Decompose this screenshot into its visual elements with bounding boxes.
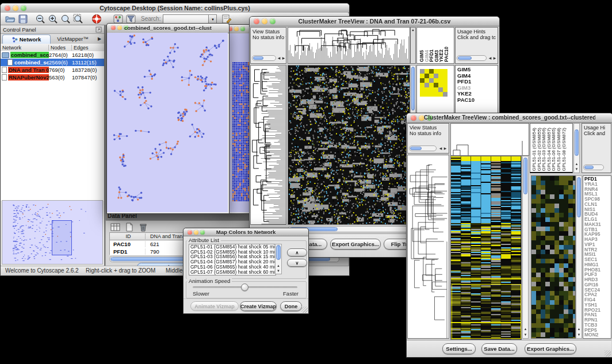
network-view-1[interactable] <box>107 33 228 212</box>
tv2-overview-vscroll-thumb[interactable] <box>577 177 581 217</box>
animate-vizmap-button[interactable]: Animate Vizmap <box>190 301 239 311</box>
col-id[interactable]: ID <box>110 233 146 239</box>
tv2-usage-hscroll[interactable] <box>583 164 604 170</box>
gene-label[interactable]: GTB1 <box>584 227 611 232</box>
matrix-cell[interactable] <box>434 69 438 74</box>
network-table-row[interactable]: DNA and Tran 07769(0)183728(0) <box>1 66 104 74</box>
tv2-labels-vscroll[interactable]: ▲ ▼ <box>573 123 580 173</box>
gene-label[interactable]: GIM4 <box>457 73 498 79</box>
close-icon[interactable] <box>188 230 192 235</box>
matrix-cell[interactable] <box>443 74 447 78</box>
tv1-column-dendrogram-canvas[interactable] <box>288 28 410 63</box>
network-canvas-1[interactable] <box>107 33 228 212</box>
scroll-right-icon[interactable]: ▶ <box>443 147 447 151</box>
tabs-overflow-icon[interactable]: ▶ <box>95 34 104 44</box>
close-icon[interactable] <box>5 5 10 11</box>
gene-label[interactable]: RPO21 <box>584 308 611 313</box>
tv1-usage-hscroll-thumb[interactable] <box>458 56 472 60</box>
gene-label[interactable]: YKE2 <box>457 91 498 97</box>
tv1-row-dendrogram-canvas[interactable] <box>251 66 286 224</box>
matrix-cell[interactable] <box>424 87 429 92</box>
gene-label[interactable]: PFD1 <box>457 79 498 85</box>
search-input[interactable] <box>163 14 209 24</box>
gene-label[interactable]: PUF3 <box>584 272 611 277</box>
tv1-export-graphics-button[interactable]: Export Graphics... <box>330 239 381 250</box>
zoom-out-icon[interactable] <box>34 13 47 25</box>
matrix-cell[interactable] <box>443 78 447 83</box>
zoom-fit-icon[interactable] <box>59 13 72 25</box>
tv2-heatmap[interactable] <box>450 156 522 340</box>
done-button[interactable]: Done <box>280 301 302 311</box>
matrix-cell[interactable] <box>443 83 447 87</box>
scroll-down-icon[interactable]: ▼ <box>575 167 579 171</box>
scroll-left-icon[interactable]: ◀ <box>438 147 443 151</box>
resize-grip[interactable] <box>301 306 308 313</box>
tv2-row-dendrogram[interactable] <box>407 155 449 339</box>
matrix-cell[interactable] <box>443 87 447 92</box>
scroll-up-icon[interactable]: ▲ <box>523 327 528 331</box>
col-nodes[interactable]: Nodes <box>49 45 72 51</box>
gene-label[interactable]: GIM5 <box>457 67 498 73</box>
attribute-item[interactable]: GPL51-07 (GSM868) heat shock 60 min <box>189 270 276 275</box>
network-table-row[interactable]: combined_scores2764(0)16218(0) <box>1 51 104 59</box>
attribute-list-vscroll[interactable]: ▲ ▼ <box>275 244 282 274</box>
col-network[interactable]: Network <box>1 45 49 51</box>
tv2-column-dendrogram-canvas[interactable] <box>451 124 529 155</box>
matrix-cell[interactable] <box>424 74 429 78</box>
matrix-cell[interactable] <box>429 78 434 83</box>
matrix-cell[interactable] <box>438 78 443 83</box>
gene-label[interactable]: KAP95 <box>584 232 611 237</box>
matrix-cell[interactable] <box>424 78 429 83</box>
move-down-button[interactable]: ∨ <box>287 259 307 267</box>
save-icon[interactable] <box>17 13 29 25</box>
gene-label[interactable]: NIS1 <box>584 207 611 212</box>
gene-label[interactable]: RPN1 <box>584 317 611 323</box>
tv1-heatmap[interactable] <box>288 65 410 225</box>
gene-label[interactable]: CPA2 <box>584 292 611 297</box>
matrix-cell[interactable] <box>438 87 443 92</box>
attribute-list-vscroll-thumb[interactable] <box>276 245 281 260</box>
tv1-column-dendrogram[interactable] <box>288 27 410 64</box>
gene-label[interactable]: ELG1 <box>584 217 611 222</box>
gene-label[interactable]: PHO81 <box>584 267 611 273</box>
scroll-down-icon[interactable]: ▼ <box>523 333 528 337</box>
gene-label[interactable]: SEC1 <box>584 257 611 262</box>
zoom-in-icon[interactable] <box>47 13 59 25</box>
tv2-settings-button[interactable]: Settings... <box>442 343 476 354</box>
minimize-icon[interactable] <box>194 230 198 235</box>
matrix-cell[interactable] <box>443 69 447 74</box>
matrix-cell[interactable] <box>429 83 434 87</box>
matrix-cell[interactable] <box>438 83 443 87</box>
gene-label[interactable]: YRA1 <box>584 182 611 187</box>
tv2-save-data-button[interactable]: Save Data... <box>481 343 517 354</box>
column-label[interactable]: GPL51-08 (GSM872) <box>562 128 567 171</box>
matrix-cell[interactable] <box>429 69 434 74</box>
gene-label[interactable]: MAK31 <box>584 222 611 227</box>
search-combobox[interactable]: ▼ <box>163 14 217 24</box>
similarity-matrix[interactable] <box>420 69 447 97</box>
tv1-usage-hscroll[interactable] <box>457 55 487 61</box>
network-table-row[interactable]: RNAPuberNov2+563(0)107847(0) <box>1 74 104 81</box>
matrix-cell[interactable] <box>420 92 424 97</box>
scroll-right-icon[interactable]: ▶ <box>492 56 497 60</box>
gene-label[interactable]: GPI16 <box>584 282 611 288</box>
minimize-icon[interactable] <box>117 25 122 30</box>
matrix-cell[interactable] <box>438 92 443 97</box>
dialog-titlebar[interactable]: Map Colors to Network <box>183 228 308 236</box>
scroll-left-icon[interactable]: ◀ <box>488 56 492 60</box>
scroll-up-icon[interactable]: ▲ <box>577 327 582 331</box>
matrix-cell[interactable] <box>420 69 424 74</box>
matrix-cell[interactable] <box>420 87 424 92</box>
tv2-vscroll[interactable]: ▲ ▼ <box>522 156 529 339</box>
matrix-cell[interactable] <box>429 92 434 97</box>
close-icon[interactable] <box>254 18 259 24</box>
network-window-1-titlebar[interactable]: combined_scores_good.txt--cluste... <box>107 24 229 33</box>
open-file-icon[interactable] <box>4 13 17 25</box>
new-attribute-icon[interactable] <box>123 221 136 233</box>
gene-label[interactable]: PAN1 <box>584 312 611 317</box>
tv2-status-hscroll[interactable] <box>409 145 437 151</box>
gene-label[interactable]: SEC24 <box>584 288 611 293</box>
move-up-button[interactable]: ∧ <box>287 248 307 256</box>
tv2-overview-canvas[interactable] <box>531 176 575 338</box>
resize-grip[interactable] <box>605 350 611 357</box>
